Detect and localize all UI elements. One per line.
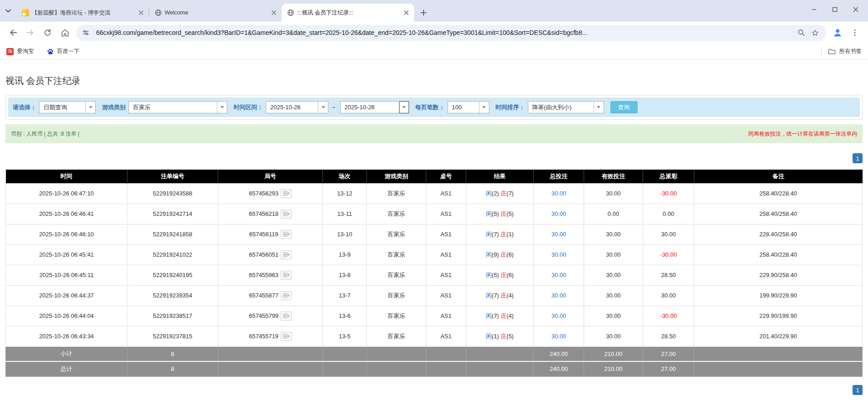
video-replay-icon[interactable] <box>281 230 292 239</box>
video-replay-icon[interactable] <box>281 209 292 219</box>
total-bet-link[interactable]: 30.00 <box>551 292 566 299</box>
game-cell: 百家乐 <box>367 306 426 326</box>
minimize-button[interactable] <box>804 0 824 19</box>
time-cell: 2025-10-26 06:45:11 <box>6 265 127 285</box>
game-cell: 百家乐 <box>367 265 426 285</box>
forward-icon[interactable] <box>22 24 39 41</box>
page-1-button[interactable]: 1 <box>853 385 863 395</box>
bookmarks-divider <box>821 47 822 56</box>
payout-value: 30.00 <box>661 231 676 238</box>
per-page-select[interactable]: 100 <box>448 101 489 113</box>
new-tab-button[interactable] <box>417 6 430 19</box>
table-header-row: 时间注单编号局号场次游戏类别桌号结果总投注有效投注总派彩备注 <box>6 170 863 183</box>
video-replay-icon[interactable] <box>281 271 292 280</box>
total-bet-link[interactable]: 30.00 <box>551 190 566 197</box>
game-cell: 百家乐 <box>367 326 426 346</box>
date-range-label: 时间区间： <box>234 103 263 112</box>
sort-select[interactable]: 降幂(由大到小) <box>528 101 604 113</box>
video-replay-icon[interactable] <box>281 312 292 321</box>
round-cell: 657455799 <box>218 306 323 326</box>
time-cell: 2025-10-26 06:44:04 <box>6 306 127 326</box>
profile-avatar[interactable] <box>829 24 846 41</box>
chevron-down-icon[interactable] <box>399 101 409 113</box>
summary-cell <box>323 346 367 361</box>
page-title: 视讯 会员下注纪录 <box>5 75 863 87</box>
time-cell: 2025-10-26 06:46:10 <box>6 224 127 244</box>
chevron-down-icon[interactable] <box>217 102 227 113</box>
maximize-button[interactable] <box>824 0 845 19</box>
page-1-button[interactable]: 1 <box>853 153 863 163</box>
column-header: 备注 <box>694 170 863 183</box>
bookmark-taobao[interactable]: 淘 爱淘宝 <box>6 48 34 55</box>
round-cell: 657455963 <box>218 265 323 285</box>
remark-cell: 229.90/258.40 <box>694 265 863 285</box>
video-replay-icon[interactable] <box>281 250 292 259</box>
query-type-select[interactable]: 日期查询 <box>39 101 96 113</box>
column-header: 局号 <box>218 170 323 183</box>
total-bet-link[interactable]: 30.00 <box>551 251 566 258</box>
summary-cell <box>323 361 367 376</box>
summary-cell <box>218 346 323 361</box>
query-button[interactable]: 查询 <box>610 101 638 113</box>
chevron-down-icon[interactable] <box>85 102 95 113</box>
tab-bet-record[interactable]: :::视讯 会员下注纪录::: <box>282 4 414 22</box>
home-icon[interactable] <box>56 24 73 41</box>
total-bet-cell: 30.00 <box>534 285 584 306</box>
menu-dots-icon[interactable] <box>846 24 863 41</box>
close-tab-icon[interactable] <box>137 9 145 17</box>
table-row: 2025-10-26 06:46:10522919241858657456119… <box>6 224 863 244</box>
result-cell: 闲(5) 庄(5) <box>466 204 534 224</box>
payout-value: -30.00 <box>660 251 677 258</box>
date-end-select[interactable]: 2025-10-26 <box>340 101 409 113</box>
address-bar[interactable]: 66cxkj98.com/game/betrecord_search/kind3… <box>76 25 826 41</box>
info-bar: 币别 : 人民币 | 总共 :8 注单 | 同局有效投注，统一计算在该局第一张注… <box>5 124 863 143</box>
game-type-select[interactable]: 百家乐 <box>128 101 227 113</box>
total-bet-link[interactable]: 30.00 <box>551 312 566 319</box>
result-cell: 闲(5) 庄(6) <box>466 265 534 285</box>
tab-welcome[interactable]: Welcome <box>149 4 282 22</box>
payout-cell: 30.00 <box>643 224 694 244</box>
total-bet-link[interactable]: 30.00 <box>551 210 566 217</box>
close-tab-icon[interactable] <box>402 9 410 17</box>
url-text[interactable]: 66cxkj98.com/game/betrecord_search/kind3… <box>96 29 795 36</box>
session-cell: 13-11 <box>323 204 367 224</box>
date-range-tilde: ~ <box>332 104 336 111</box>
game-cell: 百家乐 <box>367 285 426 306</box>
bet-id-cell: 522919238517 <box>127 306 218 326</box>
site-info-icon[interactable] <box>82 29 93 37</box>
back-icon[interactable] <box>5 24 22 41</box>
valid-bet-cell: 0.00 <box>584 204 643 224</box>
total-bet-cell: 30.00 <box>534 244 584 265</box>
video-replay-icon[interactable] <box>281 332 292 341</box>
per-page-label: 每页笔数： <box>415 103 445 112</box>
video-replay-icon[interactable] <box>281 291 292 300</box>
bet-id-cell: 522919240195 <box>127 265 218 285</box>
total-bet-link[interactable]: 30.00 <box>551 272 566 278</box>
bookmark-baidu[interactable]: 百度一下 <box>47 48 80 55</box>
total-bet-link[interactable]: 30.00 <box>551 231 566 238</box>
summary-cell <box>466 346 534 361</box>
payout-cell: 30.00 <box>643 285 694 306</box>
chevron-down-icon[interactable] <box>0 0 16 22</box>
remark-cell: 199.90/229.90 <box>694 285 863 306</box>
bookmark-star-icon[interactable] <box>808 26 822 39</box>
chevron-down-icon[interactable] <box>318 102 328 113</box>
close-window-button[interactable] <box>845 0 866 19</box>
currency-total-text: 币别 : 人民币 | 总共 :8 注单 | <box>11 130 79 138</box>
column-header: 桌号 <box>426 170 466 183</box>
total-bet-link[interactable]: 30.00 <box>551 333 566 340</box>
video-replay-icon[interactable] <box>281 189 292 198</box>
reload-icon[interactable] <box>39 24 56 41</box>
column-header: 场次 <box>323 170 367 183</box>
chevron-down-icon[interactable] <box>479 102 489 113</box>
bet-records-table: 时间注单编号局号场次游戏类别桌号结果总投注有效投注总派彩备注 2025-10-2… <box>5 170 863 377</box>
zoom-page-icon[interactable] <box>795 26 808 39</box>
all-bookmarks[interactable]: 所有书签 <box>821 47 862 56</box>
date-start-select[interactable]: 2025-10-26 <box>266 101 328 113</box>
tab-forum[interactable]: 【新提醒】海燕论坛 - 博学交流 <box>16 4 149 22</box>
chevron-down-icon[interactable] <box>594 102 604 113</box>
close-tab-icon[interactable] <box>270 9 278 17</box>
subtotal-row: 小计8240.00210.0027.00 <box>6 346 863 361</box>
column-header: 注单编号 <box>127 170 218 183</box>
bet-id-cell: 522919243588 <box>127 183 218 204</box>
